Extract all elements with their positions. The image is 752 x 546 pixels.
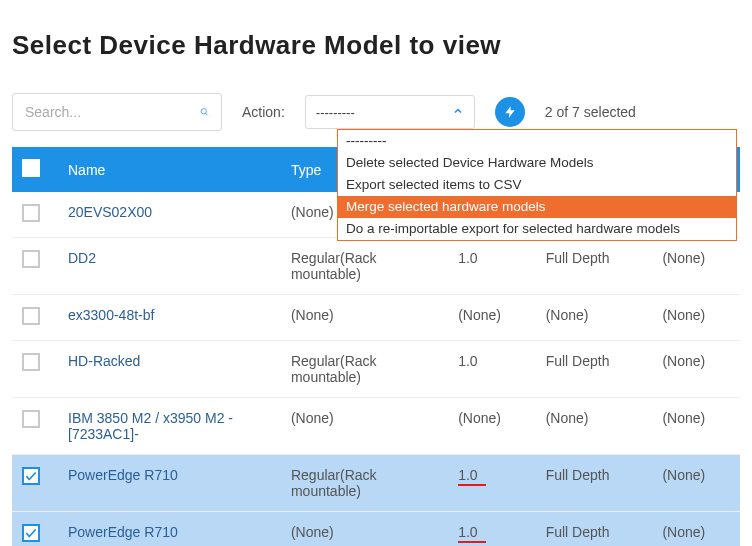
search-box[interactable] [12, 93, 222, 131]
search-input[interactable] [25, 104, 200, 120]
device-name-link[interactable]: 20EVS02X00 [68, 204, 152, 220]
check-icon [24, 526, 38, 540]
cell-c3: 1.0 [448, 341, 536, 398]
check-icon [24, 469, 38, 483]
cell-type: (None) [281, 295, 448, 341]
table-row: IBM 3850 M2 / x3950 M2 -[7233AC1]-(None)… [12, 398, 740, 455]
cell-c3: 1.0 [448, 238, 536, 295]
chevron-up-icon [452, 104, 464, 120]
row-checkbox[interactable] [22, 410, 40, 428]
page-title: Select Device Hardware Model to view [12, 30, 740, 61]
cell-c5: (None) [652, 398, 740, 455]
cell-c4: Full Depth [536, 455, 653, 512]
action-option[interactable]: Delete selected Device Hardware Models [338, 152, 736, 174]
select-all-checkbox[interactable] [22, 159, 40, 177]
table-row: HD-RackedRegular(Rack mountable)1.0Full … [12, 341, 740, 398]
cell-c4: (None) [536, 398, 653, 455]
action-dropdown: ---------Delete selected Device Hardware… [337, 129, 737, 241]
action-option[interactable]: Do a re-importable export for selected h… [338, 218, 736, 240]
cell-type: Regular(Rack mountable) [281, 455, 448, 512]
cell-c5: (None) [652, 238, 740, 295]
row-checkbox[interactable] [22, 353, 40, 371]
row-checkbox[interactable] [22, 467, 40, 485]
cell-c3: 1.0 [448, 512, 536, 547]
table-row: PowerEdge R710Regular(Rack mountable)1.0… [12, 455, 740, 512]
device-name-link[interactable]: ex3300-48t-bf [68, 307, 154, 323]
search-icon [200, 103, 209, 121]
cell-c3: (None) [448, 295, 536, 341]
toolbar: Action: --------- 2 of 7 selected ------… [12, 93, 740, 131]
device-name-link[interactable]: DD2 [68, 250, 96, 266]
table-row: ex3300-48t-bf(None)(None)(None)(None) [12, 295, 740, 341]
action-label: Action: [242, 104, 285, 120]
lightning-icon [503, 105, 517, 119]
device-name-link[interactable]: IBM 3850 M2 / x3950 M2 -[7233AC1]- [68, 410, 233, 442]
selection-count: 2 of 7 selected [545, 104, 636, 120]
action-select-value: --------- [316, 105, 452, 120]
cell-type: (None) [281, 398, 448, 455]
cell-c3: (None) [448, 398, 536, 455]
header-checkbox-cell [12, 147, 58, 192]
cell-c4: Full Depth [536, 238, 653, 295]
device-name-link[interactable]: PowerEdge R710 [68, 524, 178, 540]
svg-point-0 [201, 109, 206, 114]
cell-type: (None) [281, 512, 448, 547]
action-option[interactable]: --------- [338, 130, 736, 152]
row-checkbox[interactable] [22, 204, 40, 222]
table-row: PowerEdge R710(None)1.0Full Depth(None) [12, 512, 740, 547]
cell-c5: (None) [652, 341, 740, 398]
cell-c5: (None) [652, 295, 740, 341]
row-checkbox[interactable] [22, 307, 40, 325]
action-go-button[interactable] [495, 97, 525, 127]
cell-c4: (None) [536, 295, 653, 341]
row-checkbox[interactable] [22, 524, 40, 542]
cell-c3: 1.0 [448, 455, 536, 512]
action-select[interactable]: --------- [305, 95, 475, 129]
cell-c4: Full Depth [536, 341, 653, 398]
cell-c4: Full Depth [536, 512, 653, 547]
svg-line-1 [206, 113, 208, 115]
cell-type: Regular(Rack mountable) [281, 341, 448, 398]
cell-c5: (None) [652, 512, 740, 547]
cell-c5: (None) [652, 455, 740, 512]
action-option[interactable]: Export selected items to CSV [338, 174, 736, 196]
col-name[interactable]: Name [58, 147, 281, 192]
device-name-link[interactable]: HD-Racked [68, 353, 140, 369]
cell-type: Regular(Rack mountable) [281, 238, 448, 295]
device-name-link[interactable]: PowerEdge R710 [68, 467, 178, 483]
row-checkbox[interactable] [22, 250, 40, 268]
table-row: DD2Regular(Rack mountable)1.0Full Depth(… [12, 238, 740, 295]
action-option[interactable]: Merge selected hardware models [338, 196, 736, 218]
